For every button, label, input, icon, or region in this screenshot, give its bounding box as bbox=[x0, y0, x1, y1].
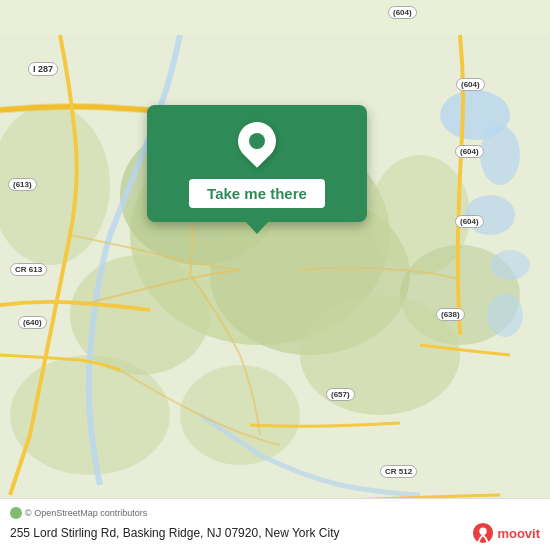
road-label-i287: I 287 bbox=[28, 62, 58, 76]
address-row: 255 Lord Stirling Rd, Basking Ridge, NJ … bbox=[10, 522, 540, 544]
moovit-text: moovit bbox=[497, 526, 540, 541]
moovit-logo: moovit bbox=[472, 522, 540, 544]
road-label-cr512: CR 512 bbox=[380, 465, 417, 478]
road-label-604c: (604) bbox=[455, 145, 484, 158]
pin-wrapper bbox=[234, 123, 280, 169]
location-pin-inner bbox=[249, 133, 265, 149]
attribution-text: © OpenStreetMap contributors bbox=[25, 508, 147, 518]
moovit-icon bbox=[472, 522, 494, 544]
road-label-604b: (604) bbox=[456, 78, 485, 91]
road-label-cr613: CR 613 bbox=[10, 263, 47, 276]
svg-point-15 bbox=[487, 293, 523, 337]
road-label-604a: (604) bbox=[388, 6, 417, 19]
svg-point-17 bbox=[480, 528, 487, 535]
bottom-bar: © OpenStreetMap contributors 255 Lord St… bbox=[0, 498, 550, 550]
location-popup: Take me there bbox=[147, 105, 367, 222]
road-label-613a: (613) bbox=[8, 178, 37, 191]
map-container: I 287 (613) CR 613 (604) (604) (604) (60… bbox=[0, 0, 550, 550]
address-text: 255 Lord Stirling Rd, Basking Ridge, NJ … bbox=[10, 526, 340, 540]
road-label-604d: (604) bbox=[455, 215, 484, 228]
svg-point-12 bbox=[480, 125, 520, 185]
osm-attribution: © OpenStreetMap contributors bbox=[10, 507, 540, 519]
take-me-there-button[interactable]: Take me there bbox=[189, 179, 325, 208]
location-pin bbox=[230, 114, 284, 168]
svg-point-14 bbox=[490, 250, 530, 280]
osm-logo-icon bbox=[10, 507, 22, 519]
road-label-657: (657) bbox=[326, 388, 355, 401]
road-label-638: (638) bbox=[436, 308, 465, 321]
road-label-640: (640) bbox=[18, 316, 47, 329]
